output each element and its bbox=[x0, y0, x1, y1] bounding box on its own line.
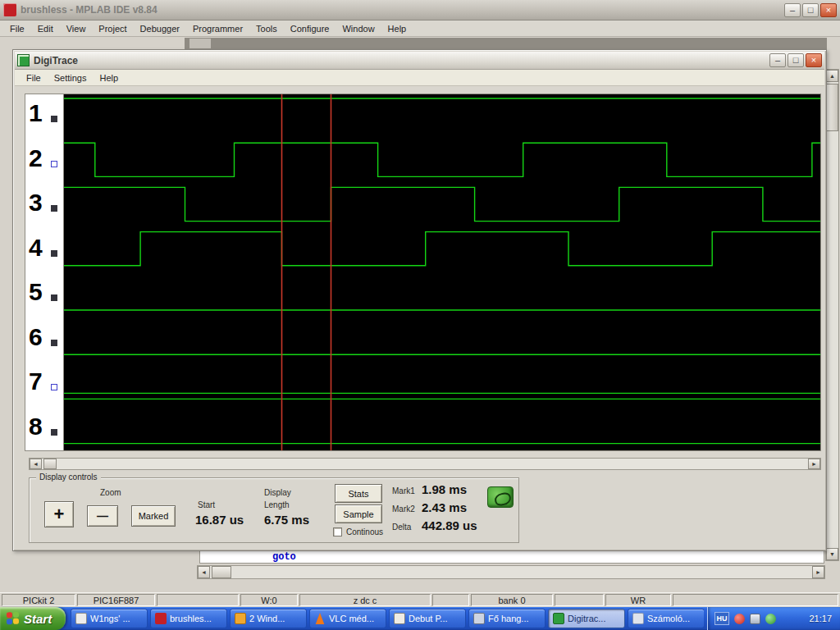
channel-number: 8 bbox=[29, 414, 43, 439]
mark1-value: 1.98 ms bbox=[422, 482, 467, 496]
taskbar-buttons: W1ngs' ...brushles...2 Wind...VLC méd...… bbox=[71, 609, 704, 628]
editor-code-text: goto bbox=[272, 551, 296, 563]
digitrace-menu-help[interactable]: Help bbox=[93, 71, 125, 84]
volume-icon[interactable] bbox=[750, 614, 760, 624]
mplab-status-bar: PICkit 2PIC16F887W:0z dc cbank 0WR bbox=[0, 592, 840, 607]
mplab-menu-project[interactable]: Project bbox=[92, 22, 133, 35]
channel-marker-1[interactable] bbox=[51, 116, 57, 122]
taskbar-button-label: W1ngs' ... bbox=[90, 614, 130, 623]
trace-scroll-thumb[interactable] bbox=[43, 459, 57, 469]
mplab-menu-file[interactable]: File bbox=[3, 22, 31, 35]
taskbar-button-calculator[interactable]: Számoló... bbox=[628, 609, 704, 628]
digitrace-minimize-button[interactable]: – bbox=[769, 53, 786, 67]
channel-row-4: 4 bbox=[25, 229, 63, 274]
mplab-menu-view[interactable]: View bbox=[60, 22, 93, 35]
vertical-scroll-track[interactable] bbox=[826, 131, 838, 548]
stats-button[interactable]: Stats bbox=[335, 484, 382, 503]
waveform-plot[interactable] bbox=[63, 94, 821, 451]
mplab-menu-programmer[interactable]: Programmer bbox=[186, 22, 249, 35]
digitrace-close-button[interactable]: × bbox=[806, 53, 822, 67]
channel-number: 3 bbox=[29, 190, 43, 215]
mplab-menu-configure[interactable]: Configure bbox=[284, 22, 336, 35]
status-segment-7 bbox=[555, 594, 604, 606]
delta-value: 442.89 us bbox=[422, 518, 477, 532]
mplab-menu-help[interactable]: Help bbox=[381, 22, 413, 35]
channel-marker-7[interactable] bbox=[51, 384, 57, 390]
digitrace-window-title: DigiTrace bbox=[34, 55, 769, 66]
taskbar-button-document[interactable]: W1ngs' ... bbox=[71, 609, 148, 628]
status-segment-9 bbox=[673, 594, 838, 606]
status-segment-2 bbox=[157, 594, 239, 606]
channel-number: 6 bbox=[29, 325, 43, 349]
digitrace-window: DigiTrace – □ × FileSettingsHelp 1234567… bbox=[12, 49, 827, 551]
debut-icon bbox=[394, 613, 405, 624]
editor-code-line[interactable]: goto bbox=[199, 550, 824, 564]
editor-horizontal-scrollbar[interactable]: ◄ ► bbox=[197, 565, 825, 579]
channel-row-8: 8 bbox=[25, 408, 63, 453]
channel-marker-2[interactable] bbox=[51, 161, 57, 167]
digitrace-menu-file[interactable]: File bbox=[20, 71, 48, 84]
taskbar: Start W1ngs' ...brushles...2 Wind...VLC … bbox=[0, 607, 840, 630]
mplab-menu-tools[interactable]: Tools bbox=[249, 22, 284, 35]
taskbar-button-speaker[interactable]: Fő hang... bbox=[468, 609, 546, 628]
green-status-icon[interactable] bbox=[765, 614, 776, 624]
windows-flag-icon bbox=[7, 611, 20, 625]
scroll-right-icon[interactable]: ► bbox=[812, 566, 824, 578]
zoom-out-button[interactable]: — bbox=[87, 505, 118, 527]
mplab-close-button[interactable]: × bbox=[820, 3, 837, 17]
horizontal-scroll-thumb[interactable] bbox=[212, 566, 231, 578]
mplab-menu-debugger[interactable]: Debugger bbox=[134, 22, 186, 35]
marked-button[interactable]: Marked bbox=[131, 505, 176, 527]
taskbar-button-vlc-cone[interactable]: VLC méd... bbox=[309, 609, 386, 628]
taskbar-button-label: VLC méd... bbox=[329, 614, 374, 623]
mplab-menu-window[interactable]: Window bbox=[336, 22, 381, 35]
mark2-value: 2.43 ms bbox=[422, 500, 467, 514]
sample-button[interactable]: Sample bbox=[335, 504, 382, 523]
taskbar-button-folder[interactable]: 2 Wind... bbox=[230, 609, 307, 628]
start-value: 16.87 us bbox=[195, 513, 244, 527]
waveform-traces bbox=[64, 94, 820, 450]
scroll-left-icon[interactable]: ◄ bbox=[198, 566, 210, 578]
scroll-left-icon[interactable]: ◄ bbox=[30, 459, 42, 469]
taskbar-button-label: Digitrac... bbox=[568, 614, 605, 623]
channel-marker-8[interactable] bbox=[51, 429, 57, 436]
taskbar-button-debut[interactable]: Debut P... bbox=[389, 609, 466, 628]
channel-number: 4 bbox=[29, 235, 43, 260]
mplab-window-title: brushless - MPLAB IDE v8.84 bbox=[21, 4, 784, 16]
taskbar-button-label: 2 Wind... bbox=[249, 614, 285, 623]
language-indicator[interactable]: HU bbox=[714, 612, 729, 625]
vertical-scroll-thumb[interactable] bbox=[826, 84, 838, 131]
scroll-up-icon[interactable]: ▲ bbox=[826, 70, 838, 82]
mplab-minimize-button[interactable]: – bbox=[784, 3, 801, 17]
editor-vertical-scrollbar[interactable]: ▲ ▼ bbox=[825, 69, 839, 561]
scroll-right-icon[interactable]: ► bbox=[808, 459, 820, 469]
trace-horizontal-scrollbar[interactable]: ◄ ► bbox=[29, 458, 821, 470]
scroll-down-icon[interactable]: ▼ bbox=[826, 548, 838, 560]
red-status-icon[interactable] bbox=[734, 614, 745, 624]
mplab-app-icon bbox=[3, 3, 16, 16]
channel-marker-6[interactable] bbox=[51, 340, 57, 346]
channel-marker-5[interactable] bbox=[51, 294, 57, 301]
digitrace-maximize-button[interactable]: □ bbox=[788, 53, 804, 67]
zoom-in-button[interactable]: + bbox=[44, 501, 74, 527]
taskbar-button-label: brushles... bbox=[170, 614, 212, 623]
display-length-label-2: Length bbox=[264, 500, 290, 509]
channel-marker-4[interactable] bbox=[51, 250, 57, 257]
channel-marker-3[interactable] bbox=[51, 205, 57, 212]
vlc-cone-icon bbox=[314, 613, 326, 624]
clock: 21:17 bbox=[809, 614, 832, 623]
digitrace-menu-settings[interactable]: Settings bbox=[48, 71, 94, 84]
mplab-maximize-button[interactable]: □ bbox=[802, 3, 819, 17]
start-button[interactable]: Start bbox=[0, 607, 66, 630]
background-toolbar-button bbox=[189, 39, 211, 48]
display-controls-group: Display controls Zoom + — Marked Start 1… bbox=[29, 477, 519, 543]
mplab-menu-edit[interactable]: Edit bbox=[31, 22, 60, 35]
taskbar-button-label: Számoló... bbox=[647, 614, 690, 623]
taskbar-button-mplab[interactable]: brushles... bbox=[150, 609, 227, 628]
speaker-icon bbox=[473, 613, 485, 624]
channel-number: 5 bbox=[29, 280, 43, 304]
mark2-label: Mark2 bbox=[392, 504, 415, 514]
start-button-label: Start bbox=[24, 612, 52, 626]
taskbar-button-digitrace[interactable]: Digitrac... bbox=[548, 609, 625, 628]
continous-checkbox[interactable] bbox=[333, 527, 342, 536]
